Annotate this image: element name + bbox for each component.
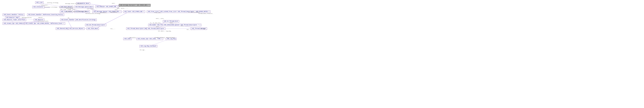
node-ace-atomic-synch-refcount: ACE_Atomic_Op< ACE_SYNCH_MUTEX, Referenc… — [24, 22, 65, 25]
label-allocator: allocator_ — [42, 4, 48, 6]
label-thr-mgr-callback: thr_mgr_ — [140, 49, 145, 51]
label-notification-strategy: notification_strategy_ — [86, 13, 101, 14]
node-ace-reactor-impl: ACE_Reactor_Impl — [5, 16, 20, 19]
label-thr-desc-log: thr_desc_, log_msg_ — [158, 30, 172, 32]
label-stream-refcount: stream_refcount_ msg_callback_ — [154, 37, 176, 38]
label-next-task: next_ — [115, 9, 118, 10]
label-allocator-mq: allocator_ — [100, 12, 107, 13]
node-ace-thread-descriptor-base: ACE_Thread_Descriptor_Base — [126, 27, 149, 30]
node-ace-log-msg-callback: ACE_Log_Msg_Callback — [140, 45, 157, 47]
node-ace-module-synch: ACE_Module< ACE_SYNCH_USE > — [95, 5, 119, 8]
label-next-stream: next_ — [112, 3, 115, 4]
label-head: head_, ... — [170, 22, 177, 24]
node-ace-os-thread-descriptor: ACE_OS_Thread_Descriptor — [85, 24, 106, 26]
label-message-block-allocator: message_block_allocator_ — [65, 3, 82, 4]
node-ace-stream-iterator: ACE_Stream_Iterator< ACE_SYNCH_DECL > — [119, 4, 150, 6]
edges-layer — [0, 0, 644, 108]
node-ace-thread-descriptor: ACE_Thread_Descriptor — [147, 27, 165, 30]
node-ace-event-handler-policy: ACE_Event_Handler::Policy — [3, 14, 24, 16]
label-next-prev: next_, prev_ — [156, 18, 164, 19]
label-tc-at-and-list: tc, at_and_list_ — [150, 22, 161, 24]
label-thr-other: thr_..., ... — [187, 29, 195, 30]
label-thread-desc-breadth: thread_desc_freelist_ — [198, 13, 213, 14]
label-thr-breadth: thr_... — [181, 25, 186, 26]
class-diagram: ACE_Link ACE_Allocator ACE_Data_Block AC… — [0, 0, 644, 108]
label-tsk: tsk_... — [110, 28, 115, 29]
label-lock: lock_ — [156, 26, 159, 27]
node-ace-event-handler: ACE_Event_Handler — [60, 19, 76, 21]
label-thread-desc-freelist: thr_desc_breadth_ — [188, 11, 200, 13]
label-free-list: free_list_ — [154, 12, 162, 13]
label-master: master_ — [38, 17, 44, 18]
node-ace-notification-strategy: ACE_Notification_Strategy — [75, 19, 97, 21]
node-ace-ref-counting-policy: ACE_Event_Handler::Reference_Counting_Po… — [27, 14, 64, 16]
label-locking-strategy: locking_strategy_ — [47, 2, 59, 3]
label-eh: eh_ — [68, 17, 70, 19]
label-lst: lst, head_, ... — [87, 8, 98, 9]
svg-line-15 — [68, 20, 72, 28]
node-ace-message-queue-base: ACE_Message_Queue_Base — [74, 6, 94, 8]
node-ace-link: ACE_Link — [35, 1, 44, 4]
label-msg-queue: msg_queue_ — [110, 11, 118, 13]
label-own-mutex: own_mutex_ — [130, 37, 136, 38]
node-ace-task-base: ACE_Task_Base — [86, 27, 99, 30]
label-max-time: max_time_ stamp, prev... — [60, 9, 77, 10]
node-ace-locked-free-list: ACE_Locked_Free_List< ACE_Thread_Descrip… — [159, 10, 210, 13]
node-ace-reactor-timer-interface: ACE_Reactor_Timer_Interface — [3, 19, 26, 21]
label-implementation: implementation_ — [22, 17, 32, 18]
label-deadline-time: deadline_time, execution_time_ — [66, 11, 88, 12]
label-ref-count: reference_count_ — [38, 20, 49, 22]
label-thr-mgr-log: thr_mgr_ — [200, 28, 206, 29]
label-mod-prev: mod_, prev_, ... — [117, 8, 128, 9]
node-ace-service-object: ACE_Service_Object — [68, 27, 84, 30]
node-ace-allocator: ACE_Allocator — [32, 6, 44, 8]
node-ace-task-synch: ACE_Task< ACE_SYNCH_USE > — [123, 10, 145, 13]
